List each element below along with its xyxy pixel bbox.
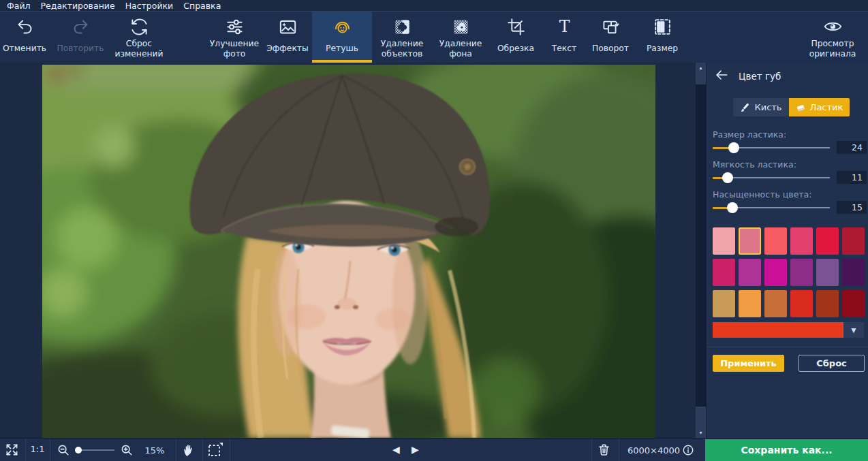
color-swatch[interactable] xyxy=(816,290,839,317)
tool-label: Текст xyxy=(552,39,576,59)
tool-text[interactable]: T Текст xyxy=(542,12,586,63)
redo-icon xyxy=(72,18,90,36)
scroll-up-button[interactable]: ▴ xyxy=(696,63,706,84)
fit-to-screen-button[interactable] xyxy=(5,443,19,459)
marquee-selection-icon xyxy=(207,442,223,458)
eraser-softness-slider[interactable] xyxy=(713,172,830,183)
zoom-in-button[interactable] xyxy=(120,443,134,459)
zoom-slider-handle[interactable] xyxy=(75,447,82,454)
slider-handle[interactable] xyxy=(722,172,733,183)
slider-handle[interactable] xyxy=(728,142,739,153)
color-saturation-slider[interactable] xyxy=(713,202,830,213)
tab-brush[interactable]: Кисть xyxy=(733,98,789,116)
save-as-button[interactable]: Сохранить как... xyxy=(705,439,868,461)
apply-button[interactable]: Применить xyxy=(713,355,784,372)
tool-crop[interactable]: Обрезка xyxy=(489,12,542,63)
separator xyxy=(202,439,203,461)
panel-divider xyxy=(707,347,868,347)
color-swatch[interactable] xyxy=(764,259,787,286)
menu-item-edit[interactable]: Редактирование xyxy=(41,1,115,11)
color-swatch[interactable] xyxy=(713,290,735,317)
color-swatch[interactable] xyxy=(739,290,761,317)
color-swatch[interactable] xyxy=(739,259,761,286)
rotate-icon xyxy=(602,18,620,36)
triangle-up-icon: ▴ xyxy=(699,65,702,71)
tool-effects[interactable]: Эффекты xyxy=(263,12,312,63)
slider-handle[interactable] xyxy=(727,202,738,213)
back-button[interactable] xyxy=(713,68,730,84)
color-dropdown-button[interactable]: ▼ xyxy=(843,322,864,338)
retouch-face-icon xyxy=(333,18,352,36)
tool-label: Улучшение фото xyxy=(206,39,263,59)
editing-canvas[interactable] xyxy=(0,63,696,438)
panel-title: Цвет губ xyxy=(739,71,781,82)
delete-image-button[interactable] xyxy=(597,443,611,459)
undo-button[interactable]: Отменить xyxy=(0,12,49,63)
color-swatch[interactable] xyxy=(713,259,735,286)
color-swatch[interactable] xyxy=(764,227,787,255)
color-swatch[interactable] xyxy=(790,259,813,286)
color-swatch[interactable] xyxy=(842,227,865,255)
marquee-select-button[interactable] xyxy=(207,442,223,460)
tool-remove-objects[interactable]: Удаление объектов xyxy=(372,12,432,63)
fit-screen-icon xyxy=(5,443,19,457)
eraser-size-slider[interactable] xyxy=(713,142,830,153)
trash-icon xyxy=(597,443,611,457)
portrait-photo xyxy=(42,65,655,438)
panel-header: Цвет губ xyxy=(707,63,868,90)
view-original-button[interactable]: Просмотр оригинала xyxy=(801,12,864,63)
canvas-vertical-scrollbar[interactable]: ▴ ▾ xyxy=(696,63,706,438)
redo-button[interactable]: Повторить xyxy=(55,12,106,63)
color-swatch[interactable] xyxy=(816,259,839,286)
resize-icon xyxy=(653,18,672,36)
slider-value-field[interactable]: 24 xyxy=(837,141,867,154)
zoom-out-button[interactable] xyxy=(57,443,70,459)
lip-color-swatches xyxy=(713,227,868,317)
tool-label: Эффекты xyxy=(266,39,308,59)
current-color-preview[interactable] xyxy=(713,322,843,338)
tool-improve-photo[interactable]: Улучшение фото xyxy=(206,12,263,63)
eraser-softness-slider-row: Мягкость ластика: 11 xyxy=(713,159,868,183)
slider-value-field[interactable]: 11 xyxy=(837,171,867,184)
next-image-button[interactable]: ▶ xyxy=(412,444,419,455)
zoom-out-icon xyxy=(57,443,70,457)
previous-image-button[interactable]: ◀ xyxy=(392,444,400,455)
color-swatch[interactable] xyxy=(764,290,787,317)
separator xyxy=(619,439,619,461)
remove-objects-icon xyxy=(393,18,412,36)
reset-changes-button[interactable]: Сброс изменений xyxy=(110,12,168,63)
color-swatch[interactable] xyxy=(842,259,865,286)
tool-retouch[interactable]: Ретушь xyxy=(312,12,372,63)
adjust-sliders-icon xyxy=(226,18,244,36)
tool-rotate[interactable]: Поворот xyxy=(586,12,635,63)
menu-bar: Файл Редактирование Настройки Справка xyxy=(0,0,868,12)
slider-value-field[interactable]: 15 xyxy=(837,201,867,214)
menu-item-file[interactable]: Файл xyxy=(7,1,31,11)
menu-item-help[interactable]: Справка xyxy=(183,1,221,11)
info-button[interactable] xyxy=(682,444,694,458)
color-swatch[interactable] xyxy=(713,227,735,255)
actual-size-button[interactable]: 1:1 xyxy=(28,444,47,454)
color-swatch[interactable] xyxy=(739,227,761,255)
scrollbar-thumb[interactable]: ▾ xyxy=(696,407,706,438)
tab-eraser[interactable]: Ластик xyxy=(789,98,850,116)
reset-button[interactable]: Сброс xyxy=(799,355,865,372)
menu-item-settings[interactable]: Настройки xyxy=(125,1,174,11)
tool-resize[interactable]: Размер xyxy=(635,12,689,63)
tool-remove-background[interactable]: Удаление фона xyxy=(432,12,489,63)
reset-icon xyxy=(130,18,149,36)
separator xyxy=(591,439,592,461)
text-icon: T xyxy=(555,18,574,36)
image-dimensions: 6000×4000 xyxy=(624,445,680,456)
triangle-down-icon: ▾ xyxy=(699,430,702,436)
zoom-slider[interactable] xyxy=(75,449,114,451)
tool-label: Размер xyxy=(647,39,678,59)
color-swatch[interactable] xyxy=(790,290,813,317)
hand-tool-button[interactable] xyxy=(182,443,197,460)
color-swatch[interactable] xyxy=(816,227,839,255)
color-swatch[interactable] xyxy=(842,290,865,317)
view-original-label: Просмотр оригинала xyxy=(801,39,864,59)
panel-actions: Применить Сброс xyxy=(713,355,868,372)
color-swatch[interactable] xyxy=(790,227,813,255)
tool-label: Удаление объектов xyxy=(372,39,432,59)
